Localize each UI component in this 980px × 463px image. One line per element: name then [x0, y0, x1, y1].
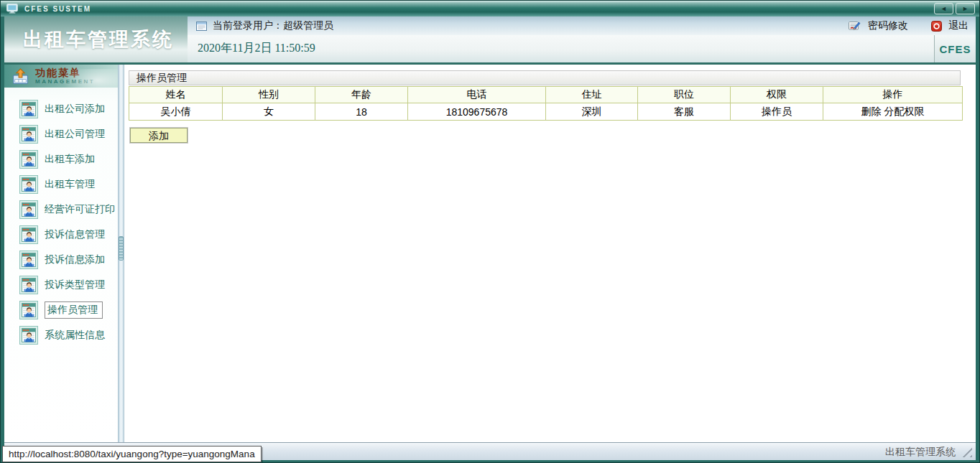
person-window-icon [19, 200, 38, 219]
sidebar-item-complaint-add[interactable]: 投诉信息添加 [4, 247, 118, 272]
datetime-text: 2020年11月2日 11:50:59 [198, 35, 315, 62]
splitter-grip[interactable] [119, 236, 124, 261]
cell-permission: 操作员 [731, 103, 823, 121]
sidebar-item-label: 系统属性信息 [45, 329, 105, 342]
status-url-tooltip: http://localhost:8080/taxi/yuangong?type… [2, 446, 262, 462]
col-header-age: 年龄 [315, 87, 408, 103]
window-icon [196, 22, 207, 31]
panel-title: 操作员管理 [129, 70, 961, 85]
sidebar-item-complaint-type-manage[interactable]: 投诉类型管理 [4, 272, 118, 297]
brand-label: CFES [939, 43, 971, 55]
sidebar-title: 功能菜单 [35, 67, 95, 78]
resize-grip-icon[interactable] [961, 446, 972, 457]
nav-back-button[interactable]: ◄ [934, 3, 953, 14]
table-header-row: 姓名 性别 年龄 电话 住址 职位 权限 操作 [129, 87, 963, 103]
person-window-icon [19, 276, 38, 294]
sidebar-item-taxi-add[interactable]: 出租车添加 [4, 146, 118, 172]
window-titlebar: CFES SUSTEM ◄ ► [1, 1, 980, 17]
person-window-icon [19, 150, 38, 169]
cell-operations: 删除 分配权限 [823, 103, 963, 121]
add-button[interactable]: 添加 [130, 128, 188, 143]
sidebar: 功能菜单 MANAGEMENT 出租公司添加 出租公司管理 出租车添加 出租车管… [4, 65, 118, 442]
sidebar-item-label: 操作员管理 [45, 301, 103, 319]
main-content: 操作员管理 姓名 性别 年龄 电话 住址 职位 权限 操作 [124, 65, 976, 442]
person-window-icon [19, 301, 38, 319]
operators-table: 姓名 性别 年龄 电话 住址 职位 权限 操作 吴小倩 女 18 1810967… [129, 86, 963, 121]
cell-position: 客服 [638, 103, 731, 121]
sidebar-item-operator-manage[interactable]: 操作员管理 [4, 297, 118, 322]
login-info: 当前登录用户：超级管理员 [188, 19, 333, 32]
password-change-link[interactable]: 密码修改 [868, 19, 908, 32]
logout-icon[interactable] [931, 21, 942, 32]
window-title: CFES SUSTEM [24, 5, 91, 13]
col-header-address: 住址 [546, 87, 638, 103]
delete-link[interactable]: 删除 [861, 106, 882, 117]
cell-address: 深圳 [546, 103, 638, 121]
col-header-position: 职位 [638, 87, 731, 103]
sidebar-subtitle: MANAGEMENT [35, 79, 95, 85]
cell-name: 吴小倩 [129, 103, 223, 121]
header-bottom-row: 2020年11月2日 11:50:59 CFES [188, 35, 976, 62]
edit-password-icon[interactable] [848, 20, 861, 32]
cell-gender: 女 [223, 103, 315, 121]
sidebar-item-license-print[interactable]: 经营许可证打印 [4, 197, 118, 222]
sidebar-item-label: 出租车添加 [45, 153, 95, 166]
person-window-icon [19, 251, 38, 269]
sidebar-item-label: 投诉信息添加 [45, 253, 105, 266]
sidebar-item-label: 出租车管理 [45, 178, 95, 191]
sidebar-menu: 出租公司添加 出租公司管理 出租车添加 出租车管理 经营许可证打印 投诉信息管理 [4, 88, 118, 347]
header-right: 当前登录用户：超级管理员 密码修改 退出 2020年11月2日 11:50:59… [188, 17, 976, 62]
person-window-icon [19, 175, 38, 194]
sidebar-item-label: 出租公司添加 [45, 103, 105, 116]
sidebar-item-complaint-manage[interactable]: 投诉信息管理 [4, 222, 118, 247]
person-window-icon [19, 326, 38, 345]
header: 出租车管理系统 当前登录用户：超级管理员 密码修改 退出 2020年11月2日 … [4, 17, 976, 62]
sidebar-item-system-properties[interactable]: 系统属性信息 [4, 322, 118, 347]
statusbar-app-name: 出租车管理系统 [885, 443, 956, 460]
sidebar-splitter[interactable] [118, 65, 124, 442]
col-header-gender: 性别 [223, 87, 315, 103]
cell-phone: 18109675678 [408, 103, 546, 121]
assign-permission-link[interactable]: 分配权限 [884, 106, 924, 117]
sidebar-item-label: 投诉信息管理 [45, 228, 105, 241]
monitor-icon [6, 4, 19, 14]
col-header-name: 姓名 [129, 87, 223, 103]
app-title: 出租车管理系统 [23, 27, 174, 52]
table-row: 吴小倩 女 18 18109675678 深圳 客服 操作员 删除 分配权限 [129, 103, 963, 121]
sidebar-titles: 功能菜单 MANAGEMENT [35, 67, 95, 85]
person-window-icon [19, 125, 38, 144]
nav-forward-button[interactable]: ► [956, 3, 975, 14]
sidebar-item-label: 出租公司管理 [45, 128, 105, 141]
brand-panel: CFES [934, 35, 976, 62]
col-header-operations: 操作 [823, 87, 963, 103]
col-header-permission: 权限 [731, 87, 823, 103]
person-window-icon [19, 225, 38, 244]
sidebar-item-label: 经营许可证打印 [45, 203, 115, 216]
header-top-row: 当前登录用户：超级管理员 密码修改 退出 [188, 17, 976, 35]
sidebar-item-label: 投诉类型管理 [45, 279, 105, 291]
sidebar-item-taxi-manage[interactable]: 出租车管理 [4, 172, 118, 197]
cell-age: 18 [315, 103, 408, 121]
sidebar-item-company-add[interactable]: 出租公司添加 [4, 96, 118, 121]
person-window-icon [19, 100, 38, 118]
logo-panel: 出租车管理系统 [4, 17, 188, 62]
current-user-label: 当前登录用户：超级管理员 [213, 19, 333, 32]
window-nav-buttons: ◄ ► [934, 3, 975, 14]
sidebar-item-company-manage[interactable]: 出租公司管理 [4, 121, 118, 146]
logout-link[interactable]: 退出 [948, 19, 969, 32]
menu-box-icon [11, 68, 29, 85]
sidebar-header: 功能菜单 MANAGEMENT [4, 65, 118, 88]
app-window: CFES SUSTEM ◄ ► 出租车管理系统 当前登录用户：超级管理员 密码修… [0, 0, 980, 463]
col-header-phone: 电话 [408, 87, 546, 103]
header-actions: 密码修改 退出 [848, 19, 976, 32]
